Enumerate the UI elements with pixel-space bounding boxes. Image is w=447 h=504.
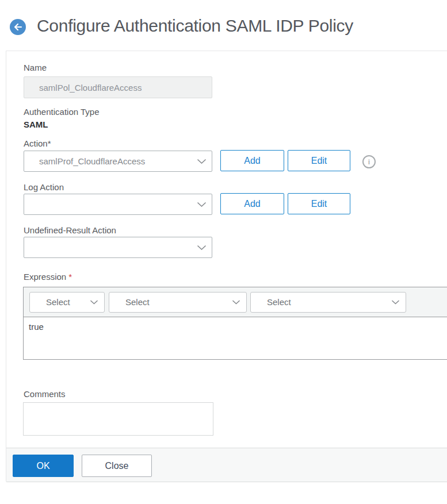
log-action-label: Log Action bbox=[24, 182, 64, 192]
name-input[interactable] bbox=[24, 76, 212, 98]
action-dropdown[interactable]: samlProf_CloudflareAccess bbox=[24, 151, 212, 172]
chevron-down-icon bbox=[391, 300, 400, 305]
page-title: Configure Authentication SAML IDP Policy bbox=[37, 16, 353, 36]
chevron-down-icon bbox=[197, 202, 207, 207]
chevron-down-icon bbox=[232, 300, 240, 305]
authentication-type-value: SAML bbox=[24, 120, 48, 129]
chevron-down-icon bbox=[197, 159, 207, 164]
expression-select-3-value: Select bbox=[267, 293, 291, 312]
footer-bar: OK Close bbox=[6, 448, 447, 482]
log-action-add-button[interactable]: Add bbox=[220, 193, 284, 214]
ok-button[interactable]: OK bbox=[13, 455, 74, 477]
expression-select-1-value: Select bbox=[46, 293, 70, 312]
expression-select-1[interactable]: Select bbox=[29, 292, 105, 313]
back-button[interactable] bbox=[10, 19, 26, 35]
chevron-down-icon bbox=[90, 300, 98, 305]
required-asterisk: * bbox=[68, 272, 72, 282]
arrow-left-icon bbox=[14, 24, 22, 30]
expression-editor: Select Select Select true bbox=[23, 287, 447, 360]
expression-select-2[interactable]: Select bbox=[109, 292, 247, 313]
authentication-type-label: Authentication Type bbox=[24, 107, 99, 117]
expression-select-3[interactable]: Select bbox=[250, 292, 406, 313]
expression-input[interactable]: true bbox=[24, 318, 447, 359]
expression-label: Expression* bbox=[24, 272, 72, 282]
undefined-result-action-label: Undefined-Result Action bbox=[24, 225, 116, 235]
form-panel: Name Authentication Type SAML Action* sa… bbox=[6, 51, 447, 482]
action-dropdown-value: samlProf_CloudflareAccess bbox=[39, 151, 145, 171]
expression-toolbar: Select Select Select bbox=[24, 287, 447, 317]
close-button[interactable]: Close bbox=[82, 455, 152, 477]
log-action-edit-button[interactable]: Edit bbox=[288, 193, 350, 214]
expression-select-2-value: Select bbox=[125, 293, 150, 312]
log-action-dropdown[interactable] bbox=[24, 194, 212, 215]
comments-label: Comments bbox=[24, 389, 66, 399]
action-edit-button[interactable]: Edit bbox=[288, 150, 350, 171]
action-label: Action* bbox=[24, 138, 51, 148]
name-label: Name bbox=[24, 63, 47, 72]
comments-input[interactable] bbox=[23, 402, 213, 436]
action-add-button[interactable]: Add bbox=[220, 150, 284, 171]
chevron-down-icon bbox=[197, 245, 207, 251]
undefined-result-action-dropdown[interactable] bbox=[24, 237, 212, 258]
info-icon[interactable]: i bbox=[362, 155, 376, 168]
